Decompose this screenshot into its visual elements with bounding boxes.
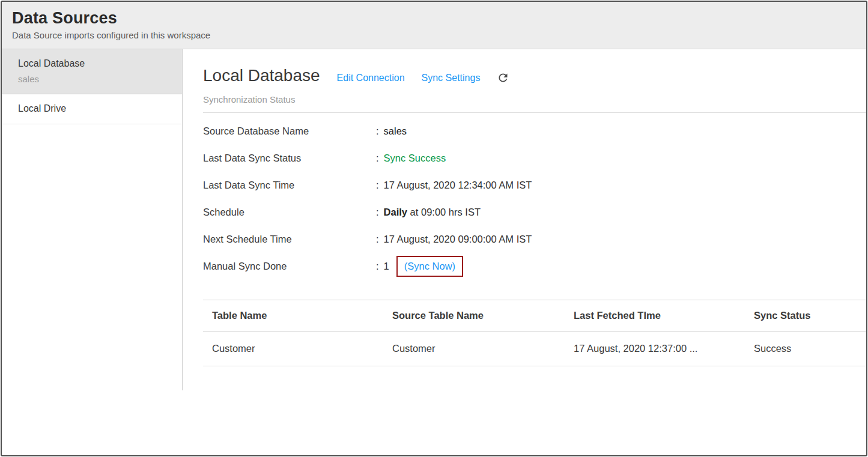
column-header-source-table-name: Source Table Name [383, 300, 565, 331]
data-sources-window: Data Sources Data Source imports configu… [1, 1, 867, 456]
next-schedule-time-value: 17 August, 2020 09:00:00 AM IST [384, 234, 532, 245]
detail-label: Source Database Name [203, 126, 376, 137]
detail-row-next-schedule-time: Next Schedule Time : 17 August, 2020 09:… [203, 226, 866, 253]
schedule-time: at 09:00 hrs IST [407, 207, 481, 217]
sidebar-item-local-database[interactable]: Local Database sales [2, 49, 182, 94]
sync-now-link[interactable]: (Sync Now) [404, 261, 455, 271]
table-row: Customer Customer 17 August, 2020 12:37:… [203, 331, 866, 366]
detail-value: : 17 August, 2020 12:34:00 AM IST [376, 180, 532, 191]
detail-label: Next Schedule Time [203, 234, 376, 245]
divider [203, 112, 866, 113]
tables-sync-table: Table Name Source Table Name Last Fetche… [203, 300, 866, 366]
detail-value: : Sync Success [376, 153, 446, 164]
colon: : [376, 207, 379, 218]
cell-source-table-name: Customer [383, 331, 565, 366]
detail-row-schedule: Schedule : Daily at 09:00 hrs IST [203, 199, 866, 226]
page-header: Data Sources Data Source imports configu… [2, 2, 866, 49]
page-title: Data Sources [12, 9, 856, 28]
cell-last-fetched-time: 17 August, 2020 12:37:00 ... [565, 331, 745, 366]
sidebar-item-label: Local Database [18, 58, 166, 69]
detail-label: Schedule [203, 207, 376, 218]
sidebar-item-local-drive[interactable]: Local Drive [2, 94, 182, 124]
body-wrap: Local Database sales Local Drive Local D… [2, 49, 866, 455]
column-header-last-fetched-time: Last Fetched TIme [565, 300, 745, 331]
last-sync-time-value: 17 August, 2020 12:34:00 AM IST [384, 180, 532, 191]
sidebar: Local Database sales Local Drive [2, 49, 183, 390]
detail-label: Last Data Sync Time [203, 180, 376, 191]
detail-row-last-sync-time: Last Data Sync Time : 17 August, 2020 12… [203, 172, 866, 199]
source-database-name-value: sales [384, 126, 407, 137]
colon: : [376, 261, 379, 272]
column-header-table-name: Table Name [203, 300, 383, 331]
sidebar-item-sublabel: sales [18, 74, 166, 84]
detail-value: : Daily at 09:00 hrs IST [376, 207, 481, 218]
refresh-icon[interactable] [497, 71, 509, 84]
detail-label: Last Data Sync Status [203, 153, 376, 164]
schedule-frequency: Daily [384, 207, 407, 217]
sync-status-value: Sync Success [384, 153, 446, 164]
detail-value: : sales [376, 126, 407, 137]
detail-value: : 1 (Sync Now) [376, 256, 463, 277]
sidebar-item-label: Local Drive [18, 103, 166, 114]
colon: : [376, 234, 379, 245]
page-subtitle: Data Source imports configured in this w… [12, 30, 856, 40]
section-subtitle: Synchronization Status [203, 94, 866, 104]
sync-settings-link[interactable]: Sync Settings [422, 73, 481, 83]
manual-sync-count: 1 [384, 261, 389, 272]
detail-value: : 17 August, 2020 09:00:00 AM IST [376, 234, 532, 245]
edit-connection-link[interactable]: Edit Connection [337, 73, 405, 83]
detail-row-last-sync-status: Last Data Sync Status : Sync Success [203, 145, 866, 172]
colon: : [376, 153, 379, 164]
title-row: Local Database Edit Connection Sync Sett… [203, 66, 866, 85]
sync-now-highlight-box: (Sync Now) [396, 256, 463, 277]
detail-label: Manual Sync Done [203, 261, 376, 272]
detail-row-source-database-name: Source Database Name : sales [203, 118, 866, 145]
sync-details: Source Database Name : sales Last Data S… [203, 118, 866, 280]
column-header-sync-status: Sync Status [745, 300, 866, 331]
colon: : [376, 126, 379, 137]
connection-title: Local Database [203, 66, 320, 85]
colon: : [376, 180, 379, 191]
cell-table-name: Customer [203, 331, 383, 366]
schedule-value: Daily at 09:00 hrs IST [384, 207, 481, 218]
detail-row-manual-sync-done: Manual Sync Done : 1 (Sync Now) [203, 253, 866, 280]
main-content: Local Database Edit Connection Sync Sett… [183, 49, 866, 455]
cell-sync-status: Success [745, 331, 866, 366]
table-header-row: Table Name Source Table Name Last Fetche… [203, 300, 866, 331]
